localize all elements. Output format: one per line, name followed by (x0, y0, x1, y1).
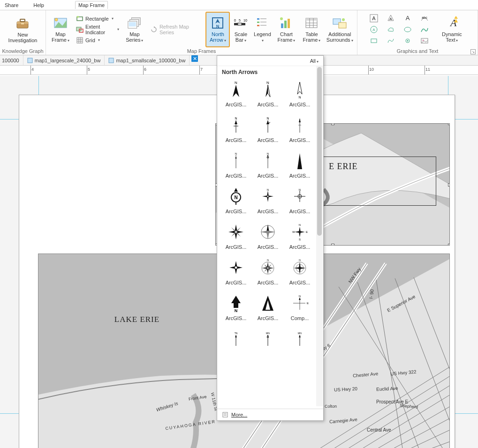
svg-point-6 (55, 18, 58, 21)
layout-icon (108, 58, 114, 63)
north-arrow-style[interactable]: NArcGIS... (222, 292, 250, 322)
svg-rect-47 (339, 22, 346, 28)
rectangle-button[interactable]: Rectangle▾ (74, 14, 121, 24)
svg-text:S: S (299, 238, 301, 241)
dynamic-text-button[interactable]: A Dynamic Text▾ (439, 12, 465, 47)
north-arrow-style[interactable]: MN (286, 328, 314, 350)
svg-point-62 (423, 39, 424, 41)
label: Legend▾ (254, 31, 271, 44)
circle-text-tool[interactable]: A (368, 25, 379, 34)
label: Map Frame▾ (52, 31, 69, 44)
north-arrow-style[interactable]: NArcGIS... (254, 185, 282, 215)
svg-text:N: N (235, 117, 237, 120)
table-frame-button[interactable]: Table Frame▾ (300, 12, 323, 47)
north-arrow-style[interactable]: NArcGIS... (222, 114, 250, 144)
ellipse-tool[interactable] (402, 25, 413, 34)
point-tool[interactable] (402, 36, 413, 45)
svg-marker-84 (233, 85, 239, 97)
svg-text:E: E (307, 302, 309, 305)
legend-button[interactable]: Legend▾ (252, 12, 273, 47)
gallery-more-button[interactable]: More... (217, 409, 323, 420)
north-arrow-style[interactable]: NArcGIS... (254, 149, 282, 179)
north-arrow-style[interactable]: NArcGIS... (254, 78, 282, 108)
picture-tool[interactable] (419, 36, 430, 45)
graphics-tools-grid: A A A abc A (367, 13, 432, 46)
svg-text:N: N (234, 195, 237, 200)
north-arrow-style[interactable]: NArcGIS... (254, 114, 282, 144)
table-icon (304, 15, 319, 30)
north-arrow-style[interactable]: NArcGIS... (286, 78, 314, 108)
scale-bar-icon: 0510 (233, 15, 248, 30)
north-arrow-style[interactable]: ArcGIS... (222, 221, 250, 251)
svg-point-8 (77, 16, 79, 18)
menu-share[interactable]: Share (2, 1, 21, 9)
cloud-tool[interactable] (385, 25, 396, 34)
svg-text:A: A (372, 15, 376, 21)
north-arrow-style[interactable]: MN (254, 328, 282, 350)
north-arrow-style[interactable]: NEComp... (286, 292, 314, 322)
svg-text:10: 10 (243, 19, 247, 22)
dialog-launcher[interactable]: ↘ (470, 49, 476, 54)
north-arrow-style[interactable]: NArcGIS... (222, 149, 250, 179)
svg-rect-11 (77, 37, 83, 43)
menu-help[interactable]: Help (30, 1, 47, 9)
svg-marker-180 (299, 335, 301, 337)
north-arrow-style[interactable]: NArcGIS... (286, 256, 314, 286)
label: Extent Indicator (85, 24, 114, 35)
tab-2[interactable]: map1_largescale_24000_bw (23, 55, 105, 65)
scale-bar-button[interactable]: 0510 Scale Bar▾ (231, 12, 250, 47)
north-arrow-style[interactable]: NSWEArcGIS... (286, 221, 314, 251)
grid-button[interactable]: Grid▾ (74, 35, 121, 45)
dynamic-text-icon: A (444, 15, 459, 30)
north-arrow-style[interactable]: TN (222, 328, 250, 350)
svg-marker-88 (297, 82, 302, 94)
map-series-button[interactable]: Map Series▾ (123, 12, 146, 47)
road-label: Central Ave (367, 427, 391, 433)
gallery-filter-all[interactable]: All▾ (310, 58, 319, 64)
north-arrow-button[interactable]: N North Arrow▾ (206, 12, 229, 47)
new-investigation-button[interactable]: New Investigation (6, 12, 40, 47)
svg-text:N: N (235, 308, 238, 313)
curved-text-tool[interactable]: abc (419, 14, 430, 23)
polygon-text-tool[interactable]: A (385, 14, 396, 23)
svg-text:5: 5 (239, 19, 241, 22)
svg-text:N: N (266, 81, 269, 85)
map-frame-icon (53, 15, 68, 30)
north-arrow-style[interactable]: ArcGIS... (286, 114, 314, 144)
chart-frame-button[interactable]: Chart Frame▾ (274, 12, 298, 47)
north-arrow-style[interactable]: ArcGIS... (254, 292, 282, 322)
chart-icon (279, 15, 294, 30)
svg-rect-19 (129, 22, 136, 26)
north-arrow-style[interactable]: NArcGIS... (222, 78, 250, 108)
close-tab-button[interactable]: ✕ (191, 55, 198, 62)
north-arrow-style[interactable]: ArcGIS... (222, 256, 250, 286)
gallery-scrollbar[interactable] (316, 66, 323, 406)
north-arrow-style[interactable]: NArcGIS... (222, 185, 250, 215)
freehand-tool[interactable] (385, 36, 396, 45)
gallery-grid: NArcGIS... NArcGIS... NArcGIS... NArcGIS… (222, 78, 319, 350)
scrollbar-thumb[interactable] (317, 67, 322, 236)
layout-icon (27, 58, 33, 63)
svg-marker-87 (268, 85, 270, 97)
north-arrow-style[interactable]: NArcGIS... (286, 185, 314, 215)
lake-label: LAKE ERIE (114, 315, 159, 324)
tab-3[interactable]: map1_smallscale_100000_bw (105, 55, 190, 65)
text-tool[interactable]: A (368, 14, 379, 23)
line-tool[interactable] (419, 25, 430, 34)
north-arrow-style[interactable]: ArcGIS... (254, 221, 282, 251)
svg-marker-171 (299, 298, 301, 300)
svg-rect-32 (257, 22, 259, 23)
extent-indicator-button[interactable]: Extent Indicator▾ (74, 24, 121, 35)
tab-1[interactable]: 100000 (0, 55, 23, 65)
map-frame-button[interactable]: Map Frame▾ (49, 12, 72, 47)
rectangle-tool[interactable] (368, 36, 379, 45)
straight-text-tool[interactable]: A (402, 14, 413, 23)
context-tab-map-frame[interactable]: Map Frame (75, 1, 108, 9)
svg-text:MN: MN (266, 332, 270, 335)
refresh-map-series-button: Refresh Map Series (148, 23, 200, 36)
svg-text:N: N (216, 24, 220, 29)
north-arrow-style[interactable]: NArcGIS... (254, 256, 282, 286)
north-arrow-style[interactable]: ArcGIS... (286, 149, 314, 179)
additional-surrounds-button[interactable]: Additional Surrounds▾ (325, 12, 354, 47)
svg-text:N: N (299, 224, 301, 226)
